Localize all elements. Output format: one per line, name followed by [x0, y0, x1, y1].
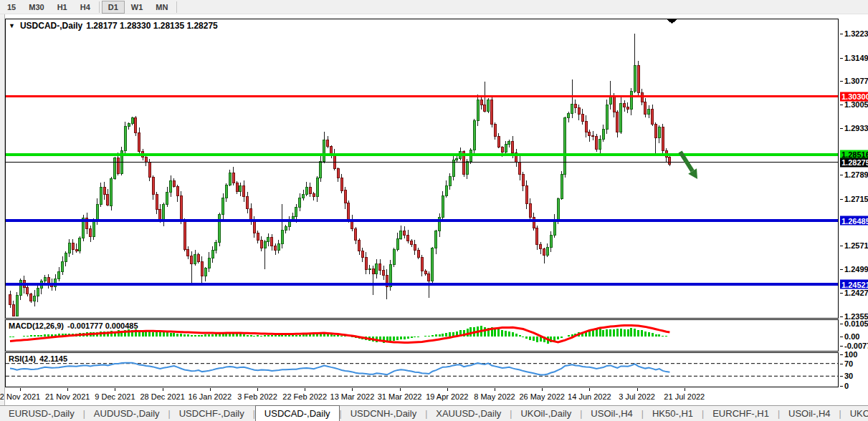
mt4-window: { "toolbar": { "items": ["15", "M30", "H…: [0, 0, 868, 421]
price-level-tag: 1.30300: [840, 92, 868, 101]
price-tick-mark: [840, 81, 843, 82]
rsi-value-label: 42.1145: [39, 354, 67, 363]
macd-tick-mark: [840, 337, 843, 337]
date-label: 13 Mar 2022: [330, 392, 375, 401]
tab-hk50h1[interactable]: HK50-,H1: [644, 406, 702, 421]
price-tick-label: 1.31490: [844, 54, 868, 62]
chart-quote-values: 1.28177 1.28330 1.28135 1.28275: [86, 21, 218, 31]
date-label: 19 Apr 2022: [426, 392, 468, 401]
rsi-tick-mark: [840, 376, 843, 377]
price-tick-mark: [840, 105, 843, 105]
rsi-tick-label: 30: [844, 372, 853, 380]
macd-values-label: -0.001777 0.000485: [67, 321, 138, 330]
date-tick: [210, 388, 211, 391]
price-chart-panel[interactable]: ▼ USDCAD-,Daily 1.28177 1.28330 1.28135 …: [5, 19, 839, 319]
rsi-panel[interactable]: RSI(14) 42.1145: [5, 352, 839, 387]
date-tick: [589, 388, 590, 391]
price-tick-label: 1.29330: [844, 124, 868, 132]
tab-eurchfh1[interactable]: EURCHF-,H1: [704, 406, 778, 421]
rsi-legend: RSI(14) 42.1145: [9, 354, 67, 363]
price-tick-mark: [840, 58, 843, 59]
date-label: 3 Jul 2022: [619, 392, 655, 401]
tab-ukoilh4[interactable]: UKOil-,H4: [841, 406, 868, 421]
date-label: 2 Nov 2021: [0, 392, 40, 401]
tab-audusddaily[interactable]: AUDUSD-,Daily: [85, 406, 168, 421]
timeframe-button-h4[interactable]: H4: [74, 1, 97, 14]
timeframe-button-m30[interactable]: M30: [22, 1, 50, 14]
date-label: 8 May 2022: [474, 392, 515, 401]
macd-panel[interactable]: MACD(12,26,9) -0.001777 0.000485: [5, 319, 839, 352]
timeframe-button-mn[interactable]: MN: [149, 1, 174, 14]
symbol-tabbar: EURUSD-,Daily|AUDUSD-,Daily|USDCHF-,Dail…: [0, 405, 868, 421]
rsi-canvas[interactable]: [6, 353, 838, 387]
price-chart-canvas[interactable]: [6, 19, 838, 318]
date-tick: [20, 388, 21, 391]
price-tick-mark: [840, 246, 843, 246]
date-tick: [447, 388, 448, 391]
price-tick-label: 1.24990: [844, 265, 868, 274]
price-level-tag: 1.24521: [840, 280, 868, 289]
chart-dropdown-icon[interactable]: ▼: [9, 22, 15, 29]
price-tick-label: 1.24270: [844, 289, 868, 297]
chart-title: ▼ USDCAD-,Daily 1.28177 1.28330 1.28135 …: [9, 21, 218, 31]
price-tick-mark: [840, 316, 843, 317]
date-label: 26 May 2022: [519, 392, 565, 401]
price-tick-mark: [840, 269, 843, 270]
top-marker-icon: [667, 19, 677, 24]
date-tick: [542, 388, 543, 391]
macd-tick-mark: [840, 346, 843, 347]
rsi-tick-label: 100: [844, 350, 857, 359]
date-tick: [163, 388, 163, 391]
date-label: 3 Feb 2022: [237, 392, 277, 401]
tab-ukoildaily[interactable]: UKOil-,Daily: [512, 406, 580, 421]
price-tick-label: 1.25710: [844, 241, 868, 250]
price-tick-mark: [840, 199, 843, 200]
rsi-tick-mark: [840, 354, 843, 355]
tab-usoilh4[interactable]: USOil-,H4: [780, 406, 839, 421]
macd-tick-label: 0.01052: [844, 319, 868, 328]
price-level-tag: 1.28275: [840, 158, 868, 167]
date-tick: [67, 388, 68, 391]
tab-usdcnhdaily[interactable]: USDCNH-,Daily: [342, 406, 425, 421]
timeframe-button-w1[interactable]: W1: [125, 1, 150, 14]
date-label: 16 Jan 2022: [189, 392, 232, 401]
date-tick: [352, 388, 353, 391]
chart-symbol-label: USDCAD-,Daily: [20, 21, 82, 31]
macd-tick-label: 0.00: [844, 332, 859, 341]
date-tick: [400, 388, 401, 391]
timeframe-button-d1[interactable]: D1: [102, 1, 125, 14]
date-tick: [637, 388, 638, 391]
price-tick-label: 1.27890: [844, 170, 868, 179]
toolbar-separator: [176, 1, 177, 13]
tab-eurusddaily[interactable]: EURUSD-,Daily: [0, 406, 83, 421]
price-axis[interactable]: 1.322301.314901.307701.300501.293301.278…: [840, 19, 868, 389]
rsi-tick-label: 0: [844, 382, 849, 390]
left-gutter: [0, 14, 5, 405]
date-tick: [115, 388, 115, 391]
date-tick: [257, 388, 258, 391]
rsi-tick-mark: [840, 364, 843, 364]
macd-name-label: MACD(12,26,9): [9, 321, 64, 330]
macd-tick-mark: [840, 324, 843, 324]
date-label: 21 Nov 2021: [45, 392, 90, 401]
macd-tick-label: -0.00774: [844, 342, 868, 350]
date-label: 28 Dec 2021: [140, 392, 184, 401]
price-level-tag: 1.26485: [840, 216, 868, 226]
rsi-tick-mark: [840, 386, 843, 387]
price-tick-mark: [840, 34, 843, 34]
date-label: 31 Mar 2022: [378, 392, 422, 401]
tab-usoilh4[interactable]: USOil-,H4: [582, 406, 642, 421]
price-tick-mark: [840, 128, 843, 129]
tab-usdcaddaily[interactable]: USDCAD-,Daily: [255, 405, 340, 421]
date-label: 21 Jul 2022: [664, 392, 705, 401]
price-tick-label: 1.32230: [844, 29, 868, 38]
date-label: 9 Dec 2021: [95, 392, 135, 401]
tab-usdchfdaily[interactable]: USDCHF-,Daily: [171, 406, 253, 421]
timeframe-button-15[interactable]: 15: [1, 1, 22, 14]
price-tick-mark: [840, 175, 843, 175]
tab-xauusddaily[interactable]: XAUUSD-,Daily: [427, 406, 510, 421]
date-label: 14 Jun 2022: [568, 392, 611, 401]
price-tick-mark: [840, 293, 843, 294]
date-axis[interactable]: 2 Nov 202121 Nov 20219 Dec 202128 Dec 20…: [5, 388, 839, 405]
timeframe-button-h1[interactable]: H1: [51, 1, 74, 14]
